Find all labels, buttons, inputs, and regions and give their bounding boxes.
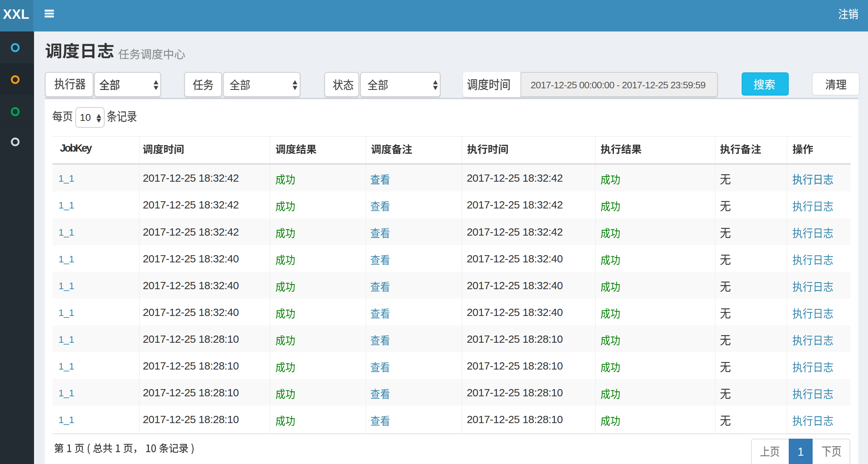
svg-text:1: 1 xyxy=(798,446,804,458)
svg-text:1_1: 1_1 xyxy=(59,200,74,211)
svg-text:2017-12-25 18:32:42: 2017-12-25 18:32:42 xyxy=(143,172,239,184)
svg-text:10: 10 xyxy=(80,112,91,123)
svg-text:2017-12-25 18:28:10: 2017-12-25 18:28:10 xyxy=(467,360,562,372)
svg-text:2017-12-25 00:00:00 - 2017-12-: 2017-12-25 00:00:00 - 2017-12-25 23:59:5… xyxy=(531,80,705,90)
svg-text:2017-12-25 18:32:42: 2017-12-25 18:32:42 xyxy=(143,199,239,211)
svg-text:2017-12-25 18:32:42: 2017-12-25 18:32:42 xyxy=(467,172,562,184)
svg-text:2017-12-25 18:28:10: 2017-12-25 18:28:10 xyxy=(143,333,239,345)
svg-text:1_1: 1_1 xyxy=(59,173,74,184)
svg-text:JobKey: JobKey xyxy=(60,142,92,154)
svg-text:2017-12-25 18:28:10: 2017-12-25 18:28:10 xyxy=(143,387,239,398)
svg-text:1_1: 1_1 xyxy=(59,254,74,265)
svg-text:2017-12-25 18:32:40: 2017-12-25 18:32:40 xyxy=(143,279,239,291)
svg-text:1_1: 1_1 xyxy=(59,414,74,425)
svg-text:1_1: 1_1 xyxy=(59,307,74,318)
svg-text:2017-12-25 18:32:42: 2017-12-25 18:32:42 xyxy=(467,199,562,211)
svg-text:XXL: XXL xyxy=(3,7,29,22)
svg-text:2017-12-25 18:32:40: 2017-12-25 18:32:40 xyxy=(143,306,239,318)
svg-text:1_1: 1_1 xyxy=(59,280,74,291)
svg-text:2017-12-25 18:28:10: 2017-12-25 18:28:10 xyxy=(143,413,239,425)
svg-text:2017-12-25 18:28:10: 2017-12-25 18:28:10 xyxy=(467,333,562,345)
svg-text:1_1: 1_1 xyxy=(59,361,74,372)
svg-text:2017-12-25 18:32:40: 2017-12-25 18:32:40 xyxy=(467,279,562,291)
svg-text:2017-12-25 18:32:42: 2017-12-25 18:32:42 xyxy=(467,226,562,238)
svg-text:2017-12-25 18:28:10: 2017-12-25 18:28:10 xyxy=(467,387,562,398)
svg-text:2017-12-25 18:28:10: 2017-12-25 18:28:10 xyxy=(467,413,562,425)
svg-text:1_1: 1_1 xyxy=(59,388,74,398)
svg-text:2017-12-25 18:32:40: 2017-12-25 18:32:40 xyxy=(467,253,562,265)
svg-text:1_1: 1_1 xyxy=(59,227,74,238)
svg-text:1_1: 1_1 xyxy=(59,334,74,345)
svg-text:2017-12-25 18:32:42: 2017-12-25 18:32:42 xyxy=(143,226,239,238)
svg-text:2017-12-25 18:28:10: 2017-12-25 18:28:10 xyxy=(143,360,239,372)
svg-text:2017-12-25 18:32:40: 2017-12-25 18:32:40 xyxy=(143,253,239,265)
svg-text:2017-12-25 18:32:40: 2017-12-25 18:32:40 xyxy=(467,306,562,318)
